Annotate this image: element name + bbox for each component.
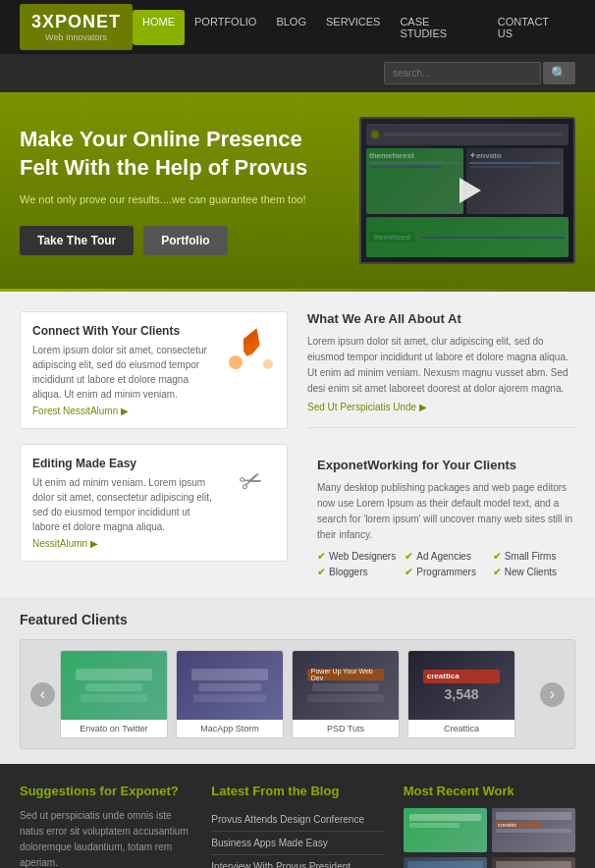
right-about-body: Lorem ipsum dolor sit amet, clur adipisc… <box>307 334 575 397</box>
blog-item-1[interactable]: Business Apps Made Easy <box>211 832 383 855</box>
right-section-working: ExponetWorking for Your Clients Many des… <box>307 458 575 577</box>
recent-work-heading: Most Recent Work <box>404 784 575 798</box>
client-thumb-creattica: creattica 3,548 <box>408 651 514 720</box>
suggestions-section: Suggestions for Exponet? Sed ut perspici… <box>20 784 191 868</box>
feature-editing-body: Ut enim ad minim veniam. Lorem ipsum dol… <box>32 475 216 534</box>
nav-contact[interactable]: CONTACT US <box>488 10 575 45</box>
nav-services[interactable]: SERVICES <box>316 10 390 45</box>
bottom-section: Suggestions for Exponet? Sed ut perspici… <box>0 764 595 868</box>
feature-card-editing-text: Editing Made Easy Ut enim ad minim venia… <box>32 457 216 549</box>
hero-text: Make Your Online Presence Felt With the … <box>20 126 345 255</box>
work-thumb-2[interactable]: creattic <box>492 808 575 852</box>
hero-title: Make Your Online Presence Felt With the … <box>20 126 345 182</box>
client-card-envato[interactable]: Envato on Twitter <box>60 650 168 738</box>
recent-work-section: Most Recent Work creattic <box>404 784 575 868</box>
check-bloggers: ✔Bloggers <box>317 567 400 577</box>
right-working-title: ExponetWorking for Your Clients <box>317 458 575 472</box>
suggestions-heading-text: Suggestions for <box>20 784 121 798</box>
nav-home[interactable]: HOME <box>133 10 185 45</box>
check-programmers: ✔Programmers <box>405 567 487 577</box>
checkmark-6: ✔ <box>493 567 501 577</box>
play-icon <box>460 178 481 203</box>
portfolio-button[interactable]: Portfolio <box>143 226 227 255</box>
checkmark-1: ✔ <box>317 551 325 562</box>
featured-clients-section: Featured Clients ‹ Envato on Twitter <box>0 597 595 764</box>
slider-next[interactable]: › <box>540 682 565 707</box>
search-button[interactable]: 🔍 <box>543 62 575 84</box>
blog-heading-text: Latest From the <box>211 784 310 798</box>
header: 3XPONET Web Innovators HOME PORTFOLIO BL… <box>0 0 595 54</box>
logo-sub: Web Innovators <box>31 32 121 42</box>
check-label-3: Small Firms <box>505 551 557 562</box>
feature-connect-link[interactable]: Forest NessitAlumn ▶ <box>32 406 129 416</box>
work-grid: creattic <box>404 808 575 868</box>
feature-card-connect: Connect With Your Clients Lorem ipsum do… <box>20 311 288 429</box>
scissors-icon: ✂ <box>226 457 275 506</box>
client-name-creattica: Creattica <box>408 720 514 737</box>
checkmark-3: ✔ <box>493 551 501 562</box>
right-section-about: What We Are All About At Lorem ipsum dol… <box>307 311 575 428</box>
logo-text: 3XPONET <box>31 12 121 32</box>
checkmark-2: ✔ <box>405 551 412 562</box>
client-card-macapp[interactable]: MacApp Storm <box>176 650 284 738</box>
slider-prev[interactable]: ‹ <box>30 682 55 707</box>
client-name-macapp: MacApp Storm <box>177 720 283 737</box>
feature-card-editing: Editing Made Easy Ut enim ad minim venia… <box>20 444 288 562</box>
feature-connect-title: Connect With Your Clients <box>32 324 216 338</box>
blog-heading: Latest From the Blog <box>211 784 383 798</box>
search-input[interactable] <box>384 62 541 84</box>
rocket-icon <box>226 324 275 373</box>
blog-item-2[interactable]: Interview With Provus President <box>211 855 383 868</box>
right-working-body: Many desktop publishing packages and web… <box>317 480 575 543</box>
clients-slider: ‹ Envato on Twitter MacApp Storm <box>20 639 575 749</box>
right-about-link[interactable]: Sed Ut Perspiciatis Unde ▶ <box>307 402 427 412</box>
suggestions-heading: Suggestions for Exponet? <box>20 784 191 798</box>
nav-portfolio[interactable]: PORTFOLIO <box>185 10 266 45</box>
take-tour-button[interactable]: Take The Tour <box>20 226 134 255</box>
check-list: ✔Web Designers ✔Ad Agencies ✔Small Firms… <box>317 551 575 577</box>
client-card-creattica[interactable]: creattica 3,548 Creattica <box>407 650 515 738</box>
hero-buttons: Take The Tour Portfolio <box>20 226 345 255</box>
work-thumb-4[interactable] <box>492 857 575 868</box>
right-features: What We Are All About At Lorem ipsum dol… <box>307 311 575 577</box>
feature-editing-link[interactable]: NessitAlumn ▶ <box>32 538 98 549</box>
check-web-designers: ✔Web Designers <box>317 551 400 562</box>
logo-area: 3XPONET Web Innovators <box>20 4 133 50</box>
feature-editing-title: Editing Made Easy <box>32 457 216 470</box>
hero-video[interactable]: themeforest ✦envato themeforest <box>359 117 575 264</box>
check-label-1: Web Designers <box>329 551 396 562</box>
check-label-2: Ad Agencies <box>416 551 471 562</box>
check-new-clients: ✔New Clients <box>493 567 575 577</box>
right-about-title: What We Are All About At <box>307 311 575 326</box>
suggestions-para1: Sed ut perspiciatis unde omnis iste natu… <box>20 808 191 868</box>
hero-section: Make Your Online Presence Felt With the … <box>0 92 595 289</box>
nav-case-studies[interactable]: CASE STUDIES <box>390 10 487 45</box>
work-thumb-1[interactable] <box>404 808 487 852</box>
check-label-5: Programmers <box>416 567 476 577</box>
client-thumb-envato <box>61 651 167 720</box>
search-bar: 🔍 <box>0 54 595 92</box>
work-thumb-3[interactable] <box>404 857 487 868</box>
client-name-psd: PSD Tuts <box>293 720 399 737</box>
check-label-6: New Clients <box>505 567 557 577</box>
client-thumb-psd: Power Up Your Web Dev <box>293 651 399 720</box>
check-small-firms: ✔Small Firms <box>493 551 575 562</box>
client-thumb-macapp <box>177 651 283 720</box>
featured-heading: Featured Clients <box>20 612 575 627</box>
recent-work-text: Most Recent <box>404 784 483 798</box>
nav-blog[interactable]: BLOG <box>266 10 316 45</box>
checkmark-4: ✔ <box>317 567 325 577</box>
client-card-psd[interactable]: Power Up Your Web Dev PSD Tuts <box>292 650 400 738</box>
video-play-overlay <box>361 119 573 262</box>
clients-track: Envato on Twitter MacApp Storm Power Up … <box>60 650 535 738</box>
blog-section: Latest From the Blog Provus Attends Desi… <box>211 784 383 868</box>
checkmark-5: ✔ <box>405 567 412 577</box>
feature-card-connect-text: Connect With Your Clients Lorem ipsum do… <box>32 324 216 416</box>
suggestions-brand: Exponet? <box>121 784 179 798</box>
hero-description: We not only prove our results....we can … <box>20 191 345 208</box>
blog-item-0[interactable]: Provus Attends Design Conference <box>211 808 383 832</box>
blog-brand: Blog <box>310 784 339 798</box>
feature-connect-body: Lorem ipsum dolor sit amet, consectetur … <box>32 343 216 402</box>
client-name-envato: Envato on Twitter <box>61 720 167 737</box>
main-nav: HOME PORTFOLIO BLOG SERVICES CASE STUDIE… <box>133 10 575 45</box>
